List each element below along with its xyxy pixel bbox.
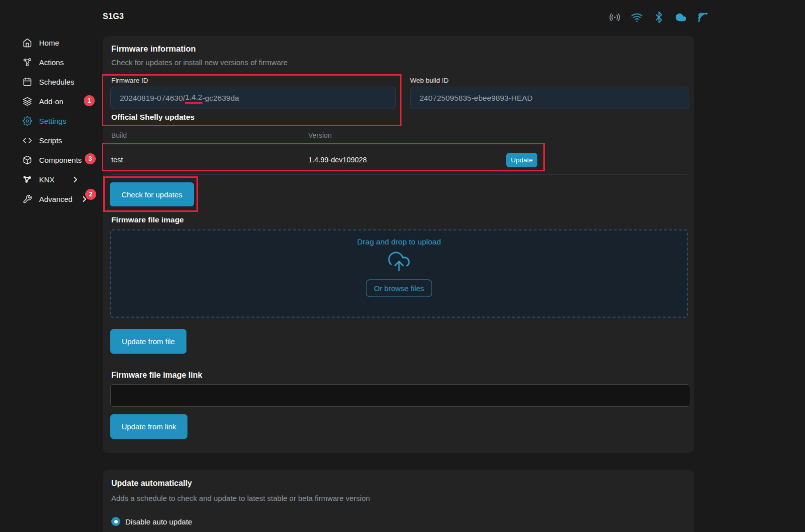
table-header-row: Build Version [111,131,688,145]
card-title: Firmware information [111,44,196,54]
chevron-right-icon [71,175,80,184]
wifi-icon[interactable] [631,12,643,23]
firmware-link-input[interactable] [110,384,690,407]
sidebar-item-knx[interactable]: KNX [0,170,100,189]
card-title: Update automatically [111,479,192,488]
table-row: test 1.4.99-dev109028 Update [111,145,688,175]
auto-update-option-row: Disable auto update [111,517,192,526]
sidebar-item-scripts[interactable]: Scripts [0,131,100,150]
card-subtitle: Adds a schedule to check and update to l… [111,494,370,502]
firmware-id-label: Firmware ID [111,77,148,84]
build-cell: test [111,156,308,164]
annotation-badge-2: 2 [85,189,96,200]
sidebar-item-label: Components [39,156,82,164]
status-icon-bar [609,12,709,23]
official-updates-heading: Official Shelly updates [111,113,194,122]
app-window: S1G3 [0,0,805,532]
sidebar-item-settings[interactable]: Settings [0,111,100,131]
wrench-icon [23,194,32,204]
firmware-file-image-link-heading: Firmware file image link [111,371,202,380]
calendar-icon [23,77,32,87]
sidebar-item-label: Advanced [39,195,73,203]
column-header-version: Version [308,131,688,139]
column-header-build: Build [111,131,308,139]
sidebar-item-label: Add-on [39,97,63,106]
firmware-file-dropzone[interactable]: Drag and drop to upload Or browse files [110,229,688,318]
sidebar: Home Actions Schedules Add-on Settings S… [0,33,100,209]
update-button[interactable]: Update [506,153,537,167]
actions-icon [23,58,32,67]
access-point-icon[interactable] [609,12,621,23]
version-cell: 1.4.99-dev109028 [308,156,688,164]
firmware-id-input[interactable]: 20240819-074630/1.4.2-gc2639da [110,87,396,109]
browse-files-button[interactable]: Or browse files [366,280,432,297]
official-updates-table: Build Version test 1.4.99-dev109028 Upda… [111,131,688,175]
firmware-id-value-prefix: 20240819-074630/ [120,94,185,103]
dropzone-text: Drag and drop to upload [357,237,441,246]
mqtt-icon[interactable] [697,12,709,23]
cloud-icon[interactable] [675,12,687,23]
firmware-id-value-marked: 1.4.2 [185,93,202,104]
web-build-id-value: 240725095835-ebee9893-HEAD [420,94,533,103]
firmware-file-image-heading: Firmware file image [111,215,184,224]
firmware-information-card: Firmware information Check for updates o… [103,36,694,453]
box-icon [23,155,32,165]
sidebar-item-label: Schedules [39,78,74,86]
sidebar-item-schedules[interactable]: Schedules [0,72,100,92]
gear-icon [23,116,32,126]
web-build-id-input[interactable]: 240725095835-ebee9893-HEAD [410,87,689,109]
layers-icon [23,97,32,106]
annotation-badge-3: 3 [85,153,96,164]
web-build-id-label: Web build ID [410,77,449,84]
sidebar-item-home[interactable]: Home [0,33,100,53]
update-automatically-card: Update automatically Adds a schedule to … [103,470,694,532]
bluetooth-icon[interactable] [653,12,665,23]
update-from-file-button[interactable]: Update from file [110,329,186,354]
knx-network-icon [23,175,32,184]
sidebar-item-actions[interactable]: Actions [0,53,100,72]
sidebar-item-label: Scripts [39,136,62,145]
check-for-updates-button[interactable]: Check for updates [110,182,194,206]
device-title: S1G3 [103,12,124,21]
radio-option-label[interactable]: Disable auto update [125,517,192,526]
radio-selected-icon[interactable] [111,517,120,526]
annotation-badge-1: 1 [84,95,95,106]
sidebar-item-label: KNX [39,175,55,184]
firmware-id-value-suffix: -gc2639da [203,94,239,103]
upload-cloud-icon [387,249,411,274]
update-from-link-button[interactable]: Update from link [110,414,187,439]
code-icon [23,136,32,145]
card-subtitle: Check for updates or install new version… [111,58,288,67]
sidebar-item-label: Actions [39,58,64,67]
sidebar-item-label: Home [39,39,59,47]
sidebar-item-label: Settings [39,117,66,125]
home-icon [23,38,32,48]
